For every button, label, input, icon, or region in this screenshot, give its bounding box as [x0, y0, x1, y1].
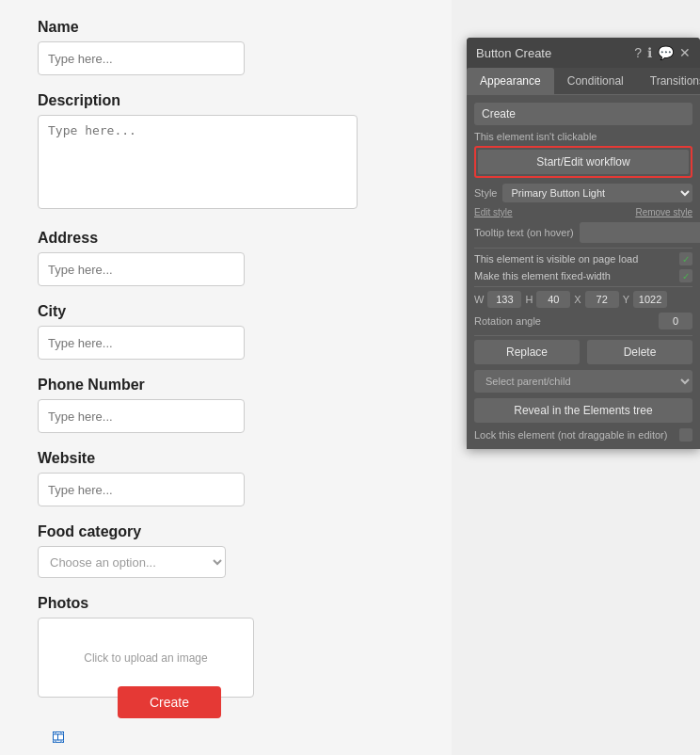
panel-header: Button Create ? ℹ 💬 ✕ [467, 38, 700, 68]
city-group: City [38, 303, 414, 360]
x-input[interactable] [585, 291, 619, 308]
description-input[interactable] [38, 115, 358, 209]
fixed-width-row: Make this element fixed-width ✓ [474, 269, 692, 282]
handle-mr[interactable] [57, 734, 64, 741]
city-label: City [38, 303, 414, 320]
food-label: Food category [38, 523, 414, 540]
address-group: Address [38, 230, 414, 286]
tooltip-label: Tooltip text (on hover) [474, 227, 574, 238]
rotation-label: Rotation angle [474, 315, 541, 327]
name-group: Name [38, 19, 414, 75]
create-button[interactable]: Create [118, 686, 221, 718]
create-button-wrapper: Create [55, 733, 62, 741]
parent-child-select[interactable]: Select parent/child [474, 370, 692, 393]
style-select[interactable]: Primary Button Light [502, 184, 692, 202]
h-label: H [525, 294, 533, 305]
action-buttons: Replace Delete [474, 340, 692, 364]
button-text-input[interactable] [474, 103, 692, 125]
panel-tabs: Appearance Conditional Transitions [467, 68, 700, 95]
not-clickable-label: This element isn't clickable [474, 131, 692, 142]
address-label: Address [38, 230, 414, 247]
rotation-input[interactable] [659, 313, 692, 329]
fixed-width-label: Make this element fixed-width [474, 270, 611, 281]
tab-conditional[interactable]: Conditional [554, 68, 637, 94]
visible-row: This element is visible on page load ✓ [474, 252, 692, 265]
photos-group: Photos Click to upload an image [38, 595, 414, 698]
delete-button[interactable]: Delete [587, 340, 692, 364]
tooltip-input[interactable] [580, 222, 700, 243]
tooltip-row: Tooltip text (on hover) [474, 222, 692, 243]
description-label: Description [38, 92, 414, 109]
photos-label: Photos [38, 595, 414, 612]
style-sub-row: Edit style Remove style [474, 207, 692, 217]
panel-title: Button Create [476, 46, 551, 60]
fixed-width-checkbox[interactable]: ✓ [679, 269, 692, 282]
description-group: Description [38, 92, 414, 213]
upload-text: Click to upload an image [84, 651, 207, 665]
name-input[interactable] [38, 41, 245, 75]
website-label: Website [38, 450, 414, 467]
y-label: Y [623, 294, 629, 305]
rotation-row: Rotation angle [474, 313, 692, 329]
panel-icon-group: ? ℹ 💬 ✕ [634, 45, 691, 60]
phone-group: Phone Number [38, 377, 414, 433]
parent-child-row: Select parent/child [474, 370, 692, 393]
phone-label: Phone Number [38, 377, 414, 394]
food-select[interactable]: Choose an option... [38, 546, 226, 578]
form-area: Name Description Address City Phone Numb… [0, 0, 452, 755]
panel-body: This element isn't clickable Start/Edit … [467, 95, 700, 449]
name-label: Name [38, 19, 414, 36]
help-icon[interactable]: ? [634, 45, 642, 60]
replace-button[interactable]: Replace [474, 340, 580, 364]
food-group: Food category Choose an option... [38, 523, 414, 578]
visible-checkbox[interactable]: ✓ [679, 252, 692, 265]
address-input[interactable] [38, 252, 245, 286]
chat-icon[interactable]: 💬 [658, 45, 674, 60]
w-input[interactable] [487, 291, 521, 308]
style-label: Style [474, 187, 497, 199]
website-input[interactable] [38, 473, 245, 506]
workflow-button-wrapper: Start/Edit workflow [474, 146, 692, 178]
tab-appearance[interactable]: Appearance [467, 68, 554, 94]
visible-label: This element is visible on page load [474, 253, 638, 265]
style-row: Style Primary Button Light [474, 184, 692, 202]
y-input[interactable] [633, 291, 667, 308]
reveal-button[interactable]: Reveal in the Elements tree [474, 398, 692, 423]
button-create-panel: Button Create ? ℹ 💬 ✕ Appearance Conditi… [467, 38, 700, 449]
city-input[interactable] [38, 326, 245, 360]
lock-row: Lock this element (not draggable in edit… [474, 428, 692, 442]
phone-input[interactable] [38, 399, 245, 433]
h-input[interactable] [536, 291, 570, 308]
remove-style-link[interactable]: Remove style [635, 207, 692, 217]
lock-checkbox[interactable] [679, 428, 692, 442]
edit-style-link[interactable]: Edit style [474, 207, 513, 217]
lock-label: Lock this element (not draggable in edit… [474, 429, 667, 441]
w-label: W [474, 294, 484, 305]
coords-row: W H X Y [474, 291, 692, 308]
info-icon[interactable]: ℹ [647, 45, 652, 60]
x-label: X [574, 294, 581, 305]
workflow-button[interactable]: Start/Edit workflow [478, 150, 689, 174]
tab-transitions[interactable]: Transitions [637, 68, 700, 94]
website-group: Website [38, 450, 414, 506]
close-icon[interactable]: ✕ [679, 45, 691, 60]
